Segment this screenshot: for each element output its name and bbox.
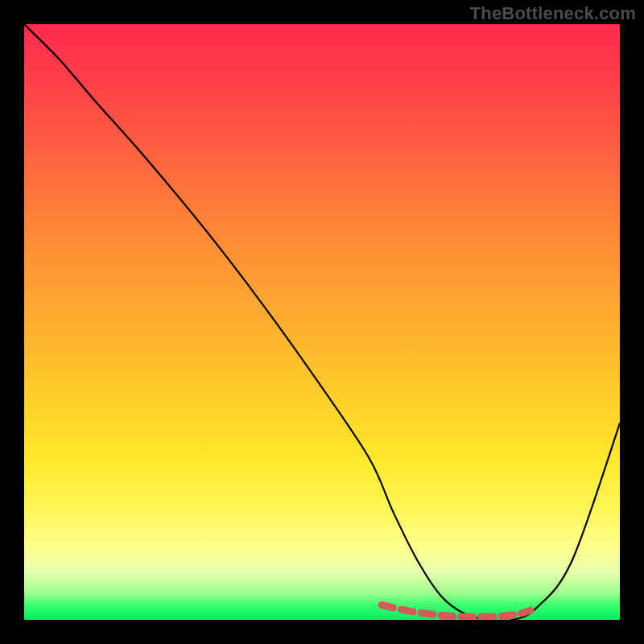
optimal-range-dashes (382, 605, 530, 617)
chart-svg (24, 24, 620, 620)
watermark-text: TheBottleneck.com (470, 3, 636, 24)
plot-area (24, 24, 620, 620)
chart-frame: TheBottleneck.com (0, 0, 644, 644)
bottleneck-curve-line (24, 24, 620, 620)
